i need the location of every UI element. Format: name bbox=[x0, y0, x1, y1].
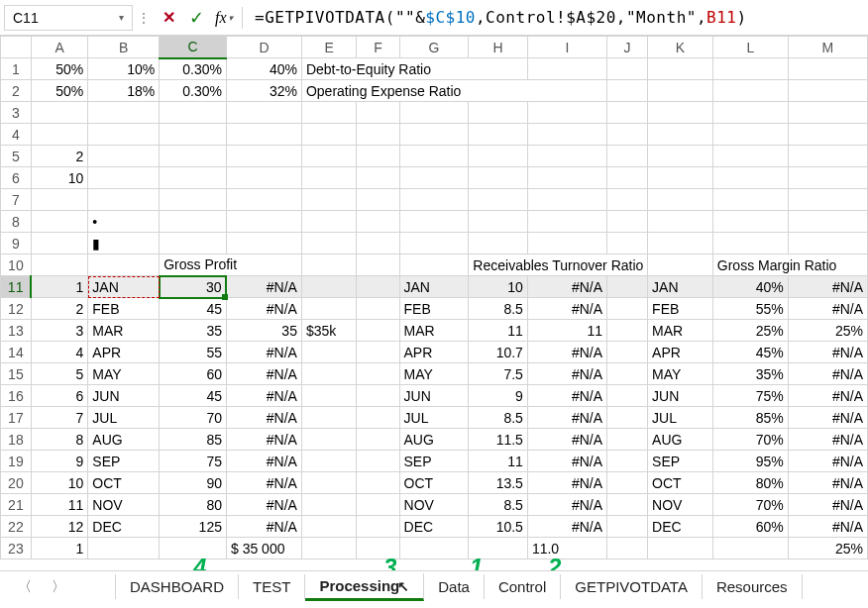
cell[interactable]: 1 bbox=[31, 538, 88, 559]
cell[interactable]: JUN bbox=[88, 385, 160, 407]
cell[interactable]: AUG bbox=[648, 429, 713, 451]
row-header[interactable]: 2 bbox=[1, 80, 32, 102]
cell[interactable]: 9 bbox=[31, 451, 88, 472]
cell[interactable]: JUN bbox=[648, 385, 713, 407]
cell[interactable]: 4 bbox=[31, 342, 88, 363]
cell[interactable]: 35% bbox=[712, 363, 788, 385]
formula-input[interactable]: =GETPIVOTDATA(""&$C$10,Control!$A$20,"Mo… bbox=[247, 5, 864, 31]
cell[interactable]: Operating Expense Ratio bbox=[301, 80, 606, 102]
row-header[interactable]: 3 bbox=[1, 102, 32, 124]
cell[interactable]: JUN bbox=[399, 385, 469, 407]
cell[interactable]: SEP bbox=[88, 451, 160, 472]
cell[interactable]: 8.5 bbox=[469, 298, 528, 320]
cell[interactable]: 8.5 bbox=[469, 494, 528, 516]
tab-processing[interactable]: Processing↖ bbox=[305, 573, 424, 601]
cell[interactable]: 125 bbox=[160, 516, 227, 538]
tab-scroll-left[interactable]: 〈 bbox=[8, 578, 42, 596]
cell[interactable]: 8.5 bbox=[469, 407, 528, 429]
col-header-C[interactable]: C bbox=[160, 37, 227, 58]
tab-dashboard[interactable]: DASHBOARD bbox=[115, 574, 239, 599]
row-header[interactable]: 8 bbox=[1, 211, 32, 233]
cell[interactable]: 11 bbox=[527, 320, 606, 342]
cell[interactable]: OCT bbox=[399, 472, 469, 494]
cell[interactable]: 32% bbox=[226, 80, 301, 102]
cell[interactable]: 13.5 bbox=[469, 472, 528, 494]
cell[interactable]: 75% bbox=[712, 385, 788, 407]
row-header[interactable]: 9 bbox=[1, 233, 32, 254]
cell[interactable]: AUG bbox=[88, 429, 160, 451]
cell[interactable]: 18% bbox=[88, 80, 160, 102]
cell[interactable]: DEC bbox=[648, 516, 713, 538]
cell[interactable]: SEP bbox=[648, 451, 713, 472]
cell[interactable]: #N/A bbox=[527, 516, 606, 538]
row-header[interactable]: 20 bbox=[1, 472, 32, 494]
chevron-down-icon[interactable]: ▾ bbox=[119, 12, 124, 23]
cell[interactable]: JUL bbox=[648, 407, 713, 429]
cell[interactable]: 0.30% bbox=[160, 80, 227, 102]
cell[interactable]: 3 bbox=[31, 320, 88, 342]
cell[interactable]: #N/A bbox=[226, 363, 301, 385]
cell[interactable]: #N/A bbox=[527, 298, 606, 320]
cell[interactable]: 40% bbox=[226, 58, 301, 80]
tab-control[interactable]: Control bbox=[485, 574, 561, 599]
col-header-L[interactable]: L bbox=[712, 37, 788, 58]
cell[interactable]: FEB bbox=[648, 298, 713, 320]
cell[interactable]: Debt-to-Equity Ratio bbox=[301, 58, 527, 80]
row-header[interactable]: 6 bbox=[1, 167, 32, 189]
cell[interactable]: APR bbox=[399, 342, 469, 363]
cell[interactable]: JUL bbox=[399, 407, 469, 429]
cell[interactable]: DEC bbox=[399, 516, 469, 538]
cell[interactable]: $ 35 000 bbox=[226, 538, 301, 559]
cell[interactable]: NOV bbox=[648, 494, 713, 516]
select-all-corner[interactable] bbox=[1, 37, 32, 58]
cell[interactable]: 35 bbox=[160, 320, 227, 342]
cell[interactable]: #N/A bbox=[788, 276, 867, 298]
col-header-F[interactable]: F bbox=[357, 37, 399, 58]
row-header[interactable]: 14 bbox=[1, 342, 32, 363]
cell[interactable]: 2 bbox=[31, 298, 88, 320]
cell[interactable]: MAY bbox=[648, 363, 713, 385]
cell[interactable]: 55 bbox=[160, 342, 227, 363]
cell[interactable]: OCT bbox=[88, 472, 160, 494]
cell[interactable]: SEP bbox=[399, 451, 469, 472]
cell[interactable]: DEC bbox=[88, 516, 160, 538]
cell[interactable]: JUL bbox=[88, 407, 160, 429]
cell[interactable]: #N/A bbox=[788, 472, 867, 494]
cell[interactable]: 90 bbox=[160, 472, 227, 494]
row-header[interactable]: 18 bbox=[1, 429, 32, 451]
cell[interactable]: Gross Profit bbox=[160, 254, 302, 276]
cell[interactable]: 70% bbox=[712, 494, 788, 516]
cell-C11-selected[interactable]: 30 bbox=[160, 276, 227, 298]
row-header[interactable]: 11 bbox=[1, 276, 32, 298]
row-header[interactable]: 1 bbox=[1, 58, 32, 80]
cell[interactable]: 10.5 bbox=[469, 516, 528, 538]
cell[interactable]: 9 bbox=[469, 385, 528, 407]
cell[interactable]: 45% bbox=[712, 342, 788, 363]
cell[interactable]: 45 bbox=[160, 298, 227, 320]
cell[interactable]: 1 bbox=[31, 276, 88, 298]
tab-resources[interactable]: Resources bbox=[703, 574, 803, 599]
cell[interactable]: 5 bbox=[31, 363, 88, 385]
cell-B11[interactable]: JAN bbox=[88, 276, 160, 298]
cell[interactable]: #N/A bbox=[527, 385, 606, 407]
col-header-D[interactable]: D bbox=[226, 37, 301, 58]
cell[interactable]: 50% bbox=[31, 58, 88, 80]
cell[interactable]: 60% bbox=[712, 516, 788, 538]
row-header[interactable]: 19 bbox=[1, 451, 32, 472]
col-header-A[interactable]: A bbox=[31, 37, 88, 58]
cell[interactable]: MAY bbox=[399, 363, 469, 385]
cell[interactable]: 0.30% bbox=[160, 58, 227, 80]
cell[interactable]: 75 bbox=[160, 451, 227, 472]
cell[interactable]: #N/A bbox=[788, 451, 867, 472]
row-header[interactable]: 10 bbox=[1, 254, 32, 276]
tab-getpivotdata[interactable]: GETPIVOTDATA bbox=[561, 574, 703, 599]
col-header-I[interactable]: I bbox=[527, 37, 606, 58]
cell[interactable]: 11 bbox=[469, 451, 528, 472]
cell[interactable]: 11.5 bbox=[469, 429, 528, 451]
tab-test[interactable]: TEST bbox=[239, 574, 305, 599]
cell[interactable]: 2 bbox=[31, 146, 88, 167]
cell[interactable]: 80% bbox=[712, 472, 788, 494]
cell[interactable]: #N/A bbox=[226, 276, 301, 298]
row-header[interactable]: 23 bbox=[1, 538, 32, 559]
cell[interactable]: 8 bbox=[31, 429, 88, 451]
